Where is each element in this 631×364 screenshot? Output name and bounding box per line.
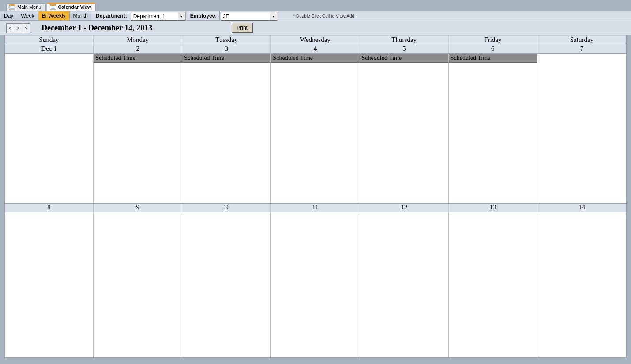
day-header: Sunday — [5, 36, 94, 45]
tab-calendar-view[interactable]: Calendar View — [47, 3, 96, 11]
calendar-cell[interactable]: Scheduled Time — [449, 54, 537, 203]
employee-label: Employee: — [185, 11, 220, 21]
date-cell: 11 — [271, 204, 360, 212]
calendar-cell[interactable] — [5, 54, 94, 203]
date-cell: 12 — [360, 204, 449, 212]
svg-rect-3 — [10, 8, 15, 9]
date-cell: 6 — [449, 45, 537, 53]
chevron-down-icon[interactable]: ▾ — [270, 12, 277, 20]
day-header: Saturday — [537, 36, 626, 45]
date-cell: Dec 1 — [5, 45, 94, 53]
form-icon — [9, 4, 15, 10]
svg-rect-6 — [51, 7, 55, 7]
calendar-cell[interactable] — [94, 212, 182, 357]
scheduled-time-label: Scheduled Time — [271, 54, 359, 63]
scheduled-time-label: Scheduled Time — [94, 54, 182, 63]
date-cell: 5 — [360, 45, 449, 53]
date-cell: 7 — [537, 45, 626, 53]
svg-rect-5 — [50, 4, 56, 6]
tab-label: Main Menu — [17, 4, 41, 10]
date-cell: 8 — [5, 204, 94, 212]
calendar-cell[interactable]: Scheduled Time — [182, 54, 271, 203]
day-header: Thursday — [360, 36, 449, 45]
week1-date-row: Dec 1 2 3 4 5 6 7 — [4, 45, 627, 54]
date-cell: 14 — [537, 204, 626, 212]
view-biweekly-button[interactable]: Bi-Weekly — [38, 11, 69, 21]
week2-body — [4, 212, 627, 358]
svg-rect-2 — [10, 7, 15, 7]
svg-rect-7 — [51, 8, 55, 9]
week1-body: Scheduled Time Scheduled Time Scheduled … — [4, 54, 627, 204]
employee-input[interactable] — [221, 12, 270, 20]
next-button[interactable]: > — [14, 23, 22, 33]
date-cell: 13 — [449, 204, 537, 212]
calendar-cell[interactable] — [271, 212, 360, 357]
date-cell: 2 — [94, 45, 182, 53]
employee-dropdown[interactable]: ▾ — [221, 12, 277, 21]
scheduled-time-label: Scheduled Time — [449, 54, 537, 63]
calendar-cell[interactable]: Scheduled Time — [94, 54, 182, 203]
calendar-cell[interactable]: Scheduled Time — [360, 54, 449, 203]
calendar-cell[interactable] — [449, 212, 537, 357]
svg-rect-1 — [9, 4, 15, 6]
department-dropdown[interactable]: ▾ — [131, 12, 185, 21]
print-button[interactable]: Print — [232, 23, 253, 33]
calendar-cell[interactable] — [537, 54, 626, 203]
day-header: Tuesday — [182, 36, 271, 45]
days-header: Sunday Monday Tuesday Wednesday Thursday… — [4, 35, 627, 45]
view-week-button[interactable]: Week — [17, 11, 38, 21]
tab-main-menu[interactable]: Main Menu — [6, 3, 46, 11]
today-button[interactable]: ^ — [22, 23, 30, 33]
day-header: Wednesday — [271, 36, 360, 45]
tab-label: Calendar View — [58, 4, 91, 10]
prev-button[interactable]: < — [6, 23, 14, 33]
calendar-cell[interactable] — [537, 212, 626, 357]
view-month-button[interactable]: Month — [69, 11, 91, 21]
date-cell: 10 — [182, 204, 271, 212]
scheduled-time-label: Scheduled Time — [182, 54, 270, 63]
day-header: Friday — [449, 36, 537, 45]
tab-bar: Main Menu Calendar View — [0, 0, 631, 11]
hint-text: * Double Click Cell to View/Add — [277, 11, 354, 21]
scheduled-time-label: Scheduled Time — [360, 54, 448, 63]
calendar-cell[interactable] — [5, 212, 94, 357]
calendar-cell[interactable] — [182, 212, 271, 357]
form-icon — [50, 4, 56, 10]
week2-date-row: 8 9 10 11 12 13 14 — [4, 204, 627, 212]
calendar-cell[interactable]: Scheduled Time — [271, 54, 360, 203]
date-cell: 9 — [94, 204, 182, 212]
date-range: December 1 - December 14, 2013 — [41, 23, 152, 33]
calendar-cell[interactable] — [360, 212, 449, 357]
view-toolbar: Day Week Bi-Weekly Month Department: ▾ E… — [0, 11, 631, 21]
date-cell: 3 — [182, 45, 271, 53]
chevron-down-icon[interactable]: ▾ — [178, 12, 185, 20]
date-cell: 4 — [271, 45, 360, 53]
calendar: Sunday Monday Tuesday Wednesday Thursday… — [0, 35, 631, 358]
day-header: Monday — [94, 36, 182, 45]
department-input[interactable] — [131, 12, 178, 20]
department-label: Department: — [91, 11, 130, 21]
view-day-button[interactable]: Day — [0, 11, 17, 21]
nav-row: < > ^ December 1 - December 14, 2013 Pri… — [0, 21, 631, 35]
